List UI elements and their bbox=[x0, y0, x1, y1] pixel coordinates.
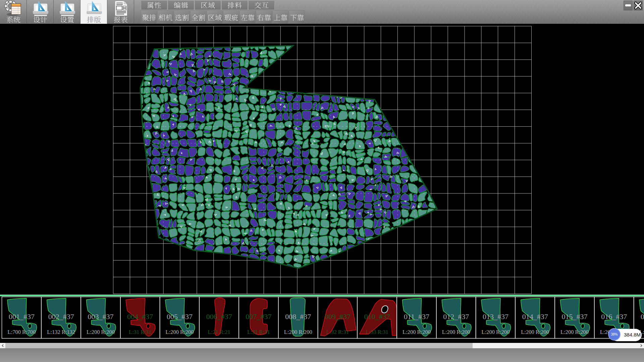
svg-text:003_#37: 003_#37 bbox=[88, 312, 114, 321]
svg-text:010_#37: 010_#37 bbox=[364, 312, 390, 321]
svg-text:006_#37: 006_#37 bbox=[206, 312, 232, 321]
svg-text:015_#37: 015_#37 bbox=[562, 312, 588, 321]
svg-text:L:200 R:200: L:200 R:200 bbox=[521, 329, 549, 335]
svg-text:012_#37: 012_#37 bbox=[443, 312, 469, 321]
svg-text:008_#37: 008_#37 bbox=[285, 312, 311, 321]
svg-text:013_#37: 013_#37 bbox=[483, 312, 508, 321]
svg-text:L:200 R:200: L:200 R:200 bbox=[402, 329, 431, 335]
svg-text:L:200 R:200: L:200 R:200 bbox=[166, 329, 194, 335]
svg-text:L:132 R:132: L:132 R:132 bbox=[47, 329, 75, 335]
svg-text:004_#37: 004_#37 bbox=[127, 312, 153, 321]
svg-text:017_#37: 017_#37 bbox=[641, 312, 644, 321]
svg-text:L:200 R:200: L:200 R:200 bbox=[284, 329, 312, 335]
svg-text:007_#37: 007_#37 bbox=[246, 312, 272, 321]
svg-text:L:200 R:200: L:200 R:200 bbox=[87, 329, 115, 335]
svg-text:L:200 R:200: L:200 R:200 bbox=[482, 329, 510, 335]
svg-text:002_#37: 002_#37 bbox=[48, 312, 74, 321]
svg-text:005_#37: 005_#37 bbox=[167, 312, 193, 321]
svg-text:L:33 R:31: L:33 R:31 bbox=[366, 329, 388, 335]
svg-text:L:31 R:31: L:31 R:31 bbox=[247, 329, 270, 335]
svg-text:009_#37: 009_#37 bbox=[325, 312, 351, 321]
svg-text:014_#37: 014_#37 bbox=[522, 312, 548, 321]
svg-text:001_#37: 001_#37 bbox=[9, 312, 35, 321]
svg-text:L:21 R:21: L:21 R:21 bbox=[208, 329, 230, 335]
svg-text:011_#37: 011_#37 bbox=[404, 312, 429, 321]
svg-text:L:31 R:31: L:31 R:31 bbox=[129, 329, 151, 335]
svg-text:016_#37: 016_#37 bbox=[601, 312, 627, 321]
svg-text:L:200 R:200: L:200 R:200 bbox=[560, 329, 589, 335]
svg-text:L:200 R:200: L:200 R:200 bbox=[442, 329, 470, 335]
svg-text:L:32 R:31: L:32 R:31 bbox=[326, 329, 349, 335]
svg-text:L:700 R:700: L:700 R:700 bbox=[8, 329, 36, 335]
